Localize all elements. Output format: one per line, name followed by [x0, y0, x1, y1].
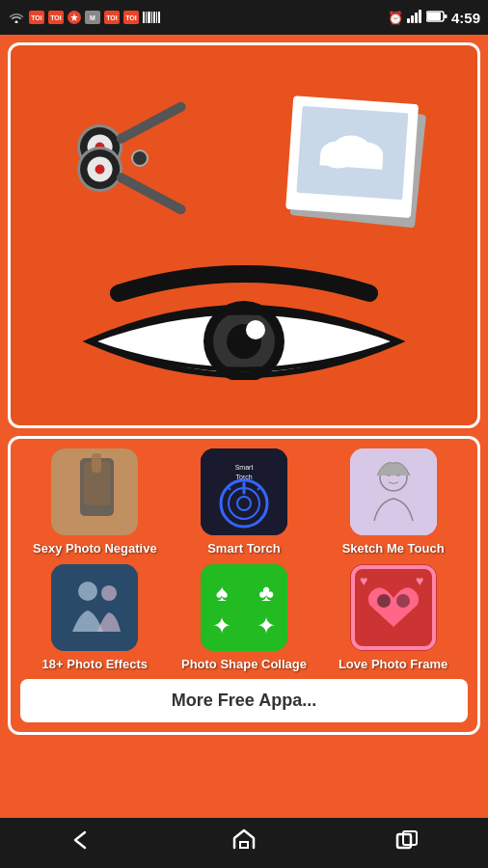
svg-rect-14 — [115, 172, 187, 216]
svg-point-56 — [396, 594, 410, 608]
barcode-icon — [143, 12, 160, 23]
svg-rect-59 — [240, 842, 248, 848]
svg-rect-30 — [92, 453, 101, 473]
notif-icon-4: M — [85, 11, 100, 24]
back-button[interactable] — [68, 828, 95, 857]
app-label-sketch: Sketch Me Touch — [342, 541, 445, 556]
hero-icons-row — [30, 81, 458, 235]
svg-text:♣: ♣ — [258, 580, 274, 606]
battery-icon — [426, 11, 447, 25]
bottom-nav — [0, 818, 488, 868]
svg-text:✦: ✦ — [212, 612, 231, 638]
svg-rect-10 — [115, 100, 187, 145]
notif-icon-3 — [68, 11, 81, 24]
svg-point-55 — [377, 594, 391, 608]
app-label-torch: Smart Torch — [207, 541, 281, 556]
svg-rect-41 — [350, 448, 437, 535]
more-apps-button[interactable]: More Free Appa... — [20, 679, 468, 722]
photo-frame-icon — [272, 81, 436, 235]
svg-rect-6 — [444, 14, 447, 18]
signal-icon — [407, 10, 422, 26]
home-button[interactable] — [230, 828, 258, 857]
svg-rect-1 — [411, 15, 414, 23]
scissors-icon — [53, 81, 227, 235]
app-icon-love: ♥ ♥ — [350, 564, 437, 651]
status-bar-right: ⏰ 4:59 — [388, 10, 480, 26]
app-icon-torch: Smart Torch — [201, 448, 287, 535]
svg-rect-5 — [427, 13, 441, 20]
svg-text:♥: ♥ — [360, 573, 367, 588]
svg-rect-3 — [419, 10, 421, 23]
notif-icon-1: TOI — [29, 11, 44, 24]
app-icon-sexy — [51, 448, 138, 535]
svg-text:♥: ♥ — [416, 573, 423, 588]
app-smart-torch[interactable]: Smart Torch — [176, 448, 312, 556]
hero-card — [8, 42, 480, 428]
app-label-love: Love Photo Frame — [339, 657, 447, 672]
notif-icon-5: TOI — [104, 11, 120, 24]
main-area: Sexy Photo Negative Smart Torch — [0, 35, 488, 868]
app-icon-sketch — [350, 448, 437, 535]
app-label-photo-shape: Photo Shape Collage — [181, 657, 307, 672]
apps-row-1: Sexy Photo Negative Smart Torch — [20, 448, 468, 556]
app-label-sexy: Sexy Photo Negative — [33, 541, 157, 556]
notif-icon-2: TOI — [48, 11, 64, 24]
app-photo-shape[interactable]: ♠ ♣ ✦ ✦ Photo Shape Collage — [176, 564, 312, 672]
svg-rect-0 — [407, 18, 410, 23]
app-love-photo[interactable]: ♥ ♥ Love Photo Frame — [326, 564, 461, 672]
eye-icon — [80, 255, 408, 390]
svg-text:Smart: Smart — [235, 464, 254, 471]
app-sketch-me[interactable]: Sketch Me Touch — [326, 448, 461, 556]
app-icon-18plus — [51, 564, 138, 651]
app-18plus[interactable]: 18+ Photo Effects — [27, 564, 162, 672]
alarm-icon: ⏰ — [388, 11, 403, 25]
app-label-18plus: 18+ Photo Effects — [42, 657, 148, 672]
svg-text:✦: ✦ — [257, 612, 276, 638]
apps-row-2: 18+ Photo Effects ♠ ♣ ✦ ✦ Photo Shape Co… — [20, 564, 468, 672]
app-icon-photo-shape: ♠ ♣ ✦ ✦ — [201, 564, 287, 651]
svg-point-15 — [132, 150, 148, 166]
status-bar: TOI TOI M TOI TOI ⏰ — [0, 0, 488, 35]
notif-icon-6: TOI — [123, 11, 139, 24]
status-bar-left: TOI TOI M TOI TOI — [8, 10, 160, 26]
apps-section: Sexy Photo Negative Smart Torch — [8, 436, 480, 735]
app-sexy-photo[interactable]: Sexy Photo Negative — [27, 448, 162, 556]
recent-button[interactable] — [393, 828, 420, 857]
svg-text:♠: ♠ — [216, 580, 229, 606]
svg-point-26 — [246, 320, 265, 339]
time-display: 4:59 — [451, 10, 480, 26]
svg-point-47 — [101, 585, 117, 601]
wifi-icon — [8, 10, 25, 26]
svg-rect-2 — [415, 13, 418, 23]
svg-rect-45 — [51, 564, 138, 651]
svg-point-46 — [78, 582, 97, 601]
more-apps-label: More Free Appa... — [172, 691, 316, 710]
